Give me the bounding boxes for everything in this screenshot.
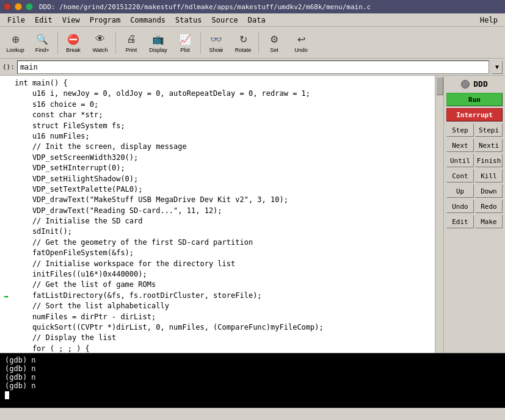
menu-commands[interactable]: Commands (125, 15, 170, 26)
undo-icon: ↩ (294, 32, 308, 46)
status-bar (0, 408, 505, 420)
break-icon: ⛔ (66, 32, 81, 46)
code-scrollbar[interactable] (435, 76, 443, 353)
undo-row: Undo Redo (446, 200, 503, 213)
gdb-input-row[interactable] (5, 391, 500, 399)
menu-program[interactable]: Program (85, 15, 126, 26)
down-button[interactable]: Down (475, 184, 503, 198)
display-icon: 📺 (151, 32, 165, 46)
watch-icon: 👁 (93, 32, 107, 46)
kill-button[interactable]: Kill (475, 169, 503, 183)
cont-row: Cont Kill (446, 169, 503, 183)
menu-edit[interactable]: Edit (30, 15, 57, 26)
toolbar-sep-4 (258, 32, 259, 54)
plot-icon: 📈 (178, 32, 192, 46)
toolbar-rotate[interactable]: ↻ Rotate (230, 29, 256, 57)
stepi-button[interactable]: Stepi (475, 123, 503, 137)
menu-status[interactable]: Status (170, 15, 206, 26)
menu-file[interactable]: File (2, 15, 30, 26)
toolbar-sep-2 (115, 32, 116, 54)
toolbar-show[interactable]: 👓 Shoẇ (203, 29, 229, 57)
toolbar-sep-1 (57, 32, 58, 54)
next-button[interactable]: Next (446, 139, 474, 152)
scrollbar-thumb[interactable] (436, 77, 443, 95)
toolbar-sep-3 (200, 32, 201, 54)
source-label: (): (2, 63, 15, 71)
code-panel: int main() { u16 i, newJoy = 0, oldJoy =… (0, 76, 444, 353)
find-icon: 🔍 (35, 32, 49, 46)
ddd-status-indicator (461, 80, 470, 89)
toolbar-break[interactable]: ⛔ Break (60, 29, 86, 57)
menu-data[interactable]: Data (243, 15, 271, 26)
gdb-line-2: (gdb) n (5, 364, 500, 373)
up-row: Up Down (446, 184, 503, 198)
main-area: int main() { u16 i, newJoy = 0, oldJoy =… (0, 76, 505, 353)
code-content: int main() { u16 i, newJoy = 0, oldJoy =… (0, 76, 443, 353)
source-dropdown-button[interactable]: ▼ (492, 60, 503, 74)
toolbar-display[interactable]: 📺 Display (145, 29, 171, 57)
menu-view[interactable]: View (57, 15, 85, 26)
title-bar: DDD: /home/grind/20151220/makestuff/hdlm… (0, 0, 505, 13)
toolbar-watch[interactable]: 👁 Watch (87, 29, 113, 57)
right-panel: DDD Run Interrupt Step Stepi Next Nexti … (444, 76, 505, 353)
gdb-cursor (5, 391, 9, 399)
menu-source[interactable]: Source (206, 15, 242, 26)
toolbar-print[interactable]: 🖨 Print (118, 29, 144, 57)
toolbar-set[interactable]: ⚙ Set (261, 29, 287, 57)
toolbar-undo[interactable]: ↩ Undo (288, 29, 314, 57)
undo-button[interactable]: Undo (446, 200, 474, 213)
edit-button[interactable]: Edit (446, 215, 474, 228)
print-icon: 🖨 (124, 32, 139, 46)
run-button[interactable]: Run (446, 93, 503, 106)
make-button[interactable]: Make (475, 215, 503, 228)
minimize-button[interactable] (15, 3, 22, 10)
gdb-line-3: (gdb) n (5, 373, 500, 382)
gdb-line-1: (gdb) n (5, 356, 500, 364)
menu-bar: File Edit View Program Commands Status S… (0, 13, 505, 27)
source-input[interactable] (17, 60, 489, 74)
toolbar-plot[interactable]: 📈 Plot (172, 29, 198, 57)
edit-row: Edit Make (446, 215, 503, 228)
menu-help[interactable]: Help (475, 15, 503, 26)
next-row: Next Nexti (446, 139, 503, 152)
show-icon: 👓 (209, 32, 223, 46)
interrupt-button[interactable]: Interrupt (446, 108, 503, 121)
close-button[interactable] (4, 3, 11, 10)
finish-button[interactable]: Finish (475, 154, 503, 167)
rotate-icon: ↻ (236, 32, 250, 46)
toolbar-find[interactable]: 🔍 Find» (29, 29, 55, 57)
toolbar-lookup[interactable]: ⊕ Lookup (2, 29, 28, 57)
window-title: DDD: /home/grind/20151220/makestuff/hdlm… (39, 3, 371, 11)
step-row: Step Stepi (446, 123, 503, 137)
nexti-button[interactable]: Nexti (475, 139, 503, 152)
lookup-icon: ⊕ (8, 32, 23, 46)
until-button[interactable]: Until (446, 154, 474, 167)
redo-button[interactable]: Redo (475, 200, 503, 213)
source-bar: (): ▼ (0, 59, 505, 76)
gdb-panel: (gdb) n (gdb) n (gdb) n (gdb) n (0, 353, 505, 408)
maximize-button[interactable] (26, 3, 33, 10)
step-button[interactable]: Step (446, 123, 474, 137)
gdb-line-4: (gdb) n (5, 382, 500, 390)
ddd-title: DDD (473, 79, 487, 89)
toolbar: ⊕ Lookup 🔍 Find» ⛔ Break 👁 Watch 🖨 Print… (0, 27, 505, 59)
ddd-header: DDD (446, 79, 503, 89)
set-icon: ⚙ (267, 32, 282, 46)
cont-button[interactable]: Cont (446, 169, 474, 183)
up-button[interactable]: Up (446, 184, 474, 198)
until-row: Until Finish (446, 154, 503, 167)
